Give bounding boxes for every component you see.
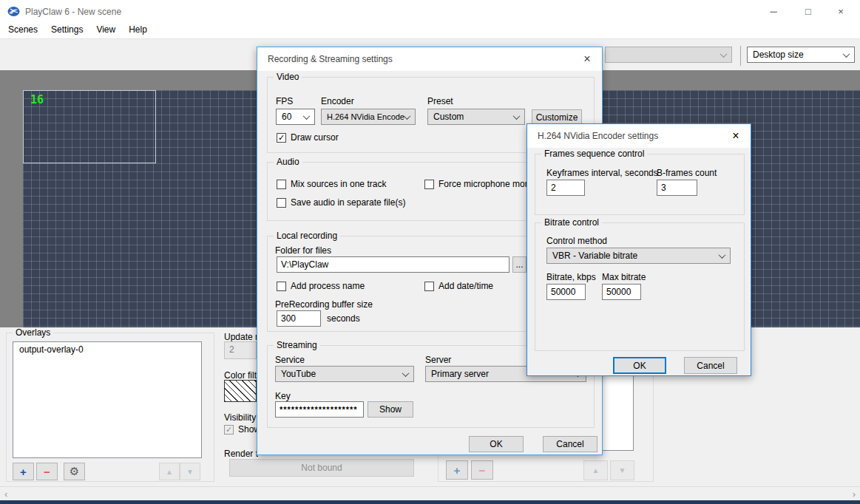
max-bitrate-field[interactable]: 50000	[602, 284, 641, 300]
bitrate-control-group: Bitrate control Control method VBR - Var…	[535, 222, 745, 351]
render-trigger-label: Render trigger	[224, 449, 258, 459]
menu-view[interactable]: View	[89, 22, 122, 38]
checkbox-unchecked	[277, 180, 286, 189]
playclaw-logo-icon	[7, 5, 20, 18]
keyframes-label: Keyframes interval, seconds	[546, 168, 658, 178]
remove-overlay-button[interactable]: −	[36, 463, 58, 480]
service-combobox[interactable]: YouTube	[275, 366, 414, 382]
horizontal-scrollbar[interactable]: ‹ ›	[0, 486, 860, 500]
control-method-label: Control method	[546, 236, 607, 246]
gear-icon: ⚙	[70, 465, 79, 478]
overlays-group-title: Overlays	[13, 327, 53, 338]
video-group-title: Video	[274, 72, 302, 82]
chevron-down-icon	[404, 112, 411, 120]
prebuffer-field[interactable]: 300	[277, 310, 321, 327]
mix-sources-checkbox[interactable]: Mix sources in one track	[277, 179, 386, 189]
show-checkbox-label: Show	[238, 424, 258, 435]
scroll-right-icon[interactable]: ›	[853, 488, 856, 500]
move-source-up-button[interactable]: ▲	[583, 460, 608, 480]
capture-source-combobox[interactable]	[605, 47, 732, 63]
dialog-title-bar: H.264 NVidia Encoder settings	[527, 124, 751, 148]
color-filter-swatch[interactable]	[224, 380, 257, 402]
bframes-field[interactable]: 3	[657, 180, 697, 196]
keyframes-field[interactable]: 2	[546, 180, 585, 196]
fps-combobox[interactable]: 60	[276, 109, 315, 125]
seconds-label: seconds	[327, 313, 360, 324]
force-mono-label: Force microphone mono	[439, 179, 535, 189]
visibility-label: Visibility	[224, 412, 258, 423]
close-button[interactable]: ×	[828, 0, 853, 22]
window-bottom-border	[0, 500, 860, 504]
capture-region-label: 16	[30, 93, 44, 106]
local-recording-group-title: Local recording	[274, 231, 340, 241]
checkbox-checked-icon: ✓	[277, 133, 286, 143]
list-item[interactable]: output-overlay-0	[13, 342, 201, 357]
control-method-combobox[interactable]: VBR - Variable bitrate	[546, 248, 731, 264]
add-process-label: Add process name	[291, 281, 365, 291]
separate-audio-checkbox[interactable]: Save audio in separate file(s)	[277, 197, 405, 208]
ok-button[interactable]: OK	[613, 357, 666, 374]
move-overlay-up-button[interactable]: ▲	[159, 463, 180, 480]
audio-group-title: Audio	[274, 157, 302, 167]
encoder-combobox[interactable]: H.264 NVidia Encoder	[321, 109, 416, 125]
overlays-list[interactable]: output-overlay-0	[13, 341, 202, 458]
bframes-label: B-frames count	[657, 168, 717, 178]
capture-size-combobox[interactable]: Desktop size	[747, 47, 855, 63]
overlay-settings-button[interactable]: ⚙	[64, 463, 85, 480]
maximize-button[interactable]: □	[796, 0, 821, 22]
force-mono-checkbox[interactable]: Force microphone mono	[424, 179, 535, 189]
close-icon[interactable]: ×	[721, 124, 751, 148]
folder-field[interactable]: V:\PlayClaw	[277, 256, 509, 273]
update-rate-field[interactable]: 2	[224, 341, 257, 359]
checkbox-unchecked	[277, 198, 286, 208]
service-label: Service	[275, 355, 305, 365]
overlays-group: Overlays output-overlay-0 + − ⚙ ▲ ▼	[6, 333, 214, 482]
max-bitrate-label: Max bitrate	[602, 272, 646, 282]
dialog-title: H.264 NVidia Encoder settings	[538, 131, 658, 141]
add-datetime-checkbox[interactable]: Add date/time	[424, 281, 493, 291]
menu-help[interactable]: Help	[122, 22, 154, 38]
render-hotkey-button[interactable]: Not bound	[229, 459, 414, 477]
folder-label: Folder for files	[275, 245, 331, 256]
scroll-left-icon[interactable]: ‹	[4, 488, 7, 500]
add-overlay-button[interactable]: +	[13, 463, 34, 480]
encoder-label: Encoder	[321, 96, 354, 106]
cancel-button[interactable]: Cancel	[543, 436, 597, 452]
remove-source-button[interactable]: −	[471, 460, 493, 480]
frames-group-title: Frames sequence control	[541, 149, 647, 159]
menu-settings[interactable]: Settings	[44, 22, 89, 38]
nvidia-encoder-dialog: H.264 NVidia Encoder settings × Frames s…	[527, 123, 751, 376]
arrow-up-icon: ▲	[592, 466, 600, 474]
chevron-down-icon	[402, 370, 410, 377]
minimize-button[interactable]: ─	[761, 0, 786, 22]
chevron-down-icon	[513, 112, 521, 120]
fps-label: FPS	[276, 96, 293, 106]
draw-cursor-checkbox[interactable]: ✓ Draw cursor	[277, 132, 339, 143]
chevron-down-icon	[719, 251, 726, 259]
customize-button[interactable]: Customize	[532, 109, 582, 125]
color-filter-label: Color filter	[224, 370, 258, 381]
show-checkbox[interactable]: ✓ Show	[224, 424, 258, 435]
menu-scenes[interactable]: Scenes	[1, 22, 44, 38]
arrow-down-icon: ▼	[186, 468, 194, 476]
chevron-down-icon	[303, 112, 311, 120]
show-key-button[interactable]: Show	[368, 401, 413, 418]
title-bar: PlayClaw 6 - New scene ─ □ ×	[0, 0, 860, 22]
close-icon[interactable]: ×	[572, 47, 602, 71]
add-source-button[interactable]: +	[446, 460, 468, 480]
bitrate-field[interactable]: 50000	[546, 284, 586, 300]
arrow-down-icon: ▼	[619, 466, 626, 474]
cancel-button[interactable]: Cancel	[684, 357, 737, 374]
prebuffer-label: PreRecording buffer size	[275, 299, 373, 310]
move-source-down-button[interactable]: ▼	[610, 460, 634, 480]
preset-combobox[interactable]: Custom	[427, 109, 525, 125]
stream-key-field[interactable]: ********************	[275, 401, 364, 418]
frames-sequence-group: Frames sequence control Keyframes interv…	[535, 154, 745, 215]
ok-button[interactable]: OK	[469, 436, 524, 452]
bitrate-group-title: Bitrate control	[541, 217, 602, 228]
move-overlay-down-button[interactable]: ▼	[180, 463, 200, 480]
browse-folder-button[interactable]: ...	[512, 256, 527, 273]
capture-region[interactable]: 16	[23, 90, 156, 163]
bitrate-label: Bitrate, kbps	[546, 272, 596, 282]
add-process-checkbox[interactable]: Add process name	[277, 281, 365, 291]
